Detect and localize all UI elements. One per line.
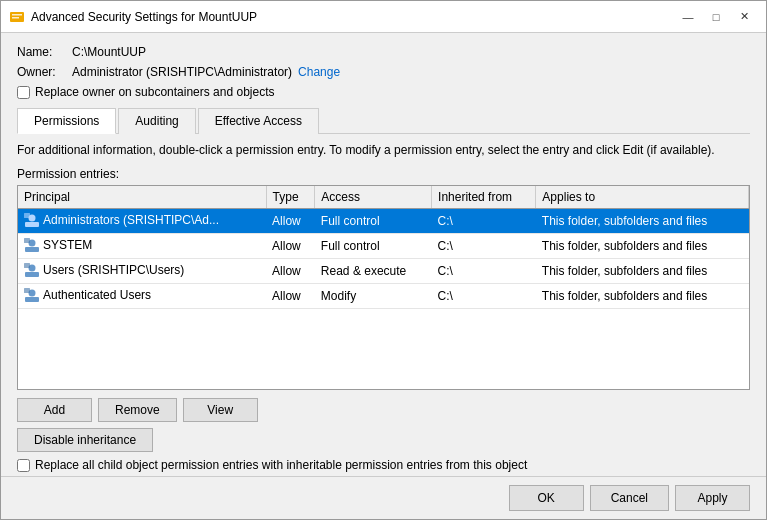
svg-rect-6	[25, 247, 39, 252]
cell-type: Allow	[266, 233, 315, 258]
cell-applies-to: This folder, subfolders and files	[536, 283, 749, 308]
cell-principal: Administrators (SRISHTIPC\Ad...	[18, 208, 266, 233]
svg-rect-12	[25, 297, 39, 302]
cell-applies-to: This folder, subfolders and files	[536, 208, 749, 233]
permission-table: Principal Type Access Inherited from App…	[18, 186, 749, 309]
action-buttons-row: Add Remove View	[17, 398, 750, 422]
cell-principal: Users (SRISHTIPC\Users)	[18, 258, 266, 283]
cell-access: Read & execute	[315, 258, 432, 283]
svg-rect-9	[25, 272, 39, 277]
title-bar-controls: — □ ✕	[674, 7, 758, 27]
table-row[interactable]: Users (SRISHTIPC\Users)AllowRead & execu…	[18, 258, 749, 283]
col-access: Access	[315, 186, 432, 209]
cell-applies-to: This folder, subfolders and files	[536, 233, 749, 258]
cancel-button[interactable]: Cancel	[590, 485, 669, 511]
cell-principal: SYSTEM	[18, 233, 266, 258]
tab-description: For additional information, double-click…	[17, 142, 750, 159]
tab-auditing[interactable]: Auditing	[118, 108, 195, 134]
close-button[interactable]: ✕	[730, 7, 758, 27]
col-inherited: Inherited from	[432, 186, 536, 209]
remove-button[interactable]: Remove	[98, 398, 177, 422]
window: Advanced Security Settings for MountUUP …	[0, 0, 767, 520]
cell-inherited: C:\	[432, 283, 536, 308]
cell-type: Allow	[266, 283, 315, 308]
permission-table-container: Principal Type Access Inherited from App…	[17, 185, 750, 390]
tab-permissions[interactable]: Permissions	[17, 108, 116, 134]
replace-owner-checkbox[interactable]	[17, 86, 30, 99]
cell-type: Allow	[266, 208, 315, 233]
inheritance-row: Disable inheritance	[17, 428, 750, 452]
name-label: Name:	[17, 45, 72, 59]
col-principal: Principal	[18, 186, 266, 209]
main-content: Name: C:\MountUUP Owner: Administrator (…	[1, 33, 766, 476]
cell-access: Full control	[315, 208, 432, 233]
col-applies: Applies to	[536, 186, 749, 209]
cell-access: Modify	[315, 283, 432, 308]
change-link[interactable]: Change	[298, 65, 340, 79]
svg-rect-14	[24, 288, 30, 293]
svg-rect-11	[24, 263, 30, 268]
cell-applies-to: This folder, subfolders and files	[536, 258, 749, 283]
cell-type: Allow	[266, 258, 315, 283]
owner-row: Owner: Administrator (SRISHTIPC\Administ…	[17, 65, 750, 79]
table-row[interactable]: SYSTEMAllowFull controlC:\This folder, s…	[18, 233, 749, 258]
svg-rect-1	[12, 14, 22, 16]
tab-effective-access[interactable]: Effective Access	[198, 108, 319, 134]
replace-child-label: Replace all child object permission entr…	[35, 458, 527, 472]
svg-rect-5	[24, 213, 30, 218]
cell-principal: Authenticated Users	[18, 283, 266, 308]
table-row[interactable]: Administrators (SRISHTIPC\Ad...AllowFull…	[18, 208, 749, 233]
table-header: Principal Type Access Inherited from App…	[18, 186, 749, 209]
replace-owner-label: Replace owner on subcontainers and objec…	[35, 85, 274, 99]
cell-access: Full control	[315, 233, 432, 258]
cell-inherited: C:\	[432, 258, 536, 283]
col-type: Type	[266, 186, 315, 209]
title-bar: Advanced Security Settings for MountUUP …	[1, 1, 766, 33]
window-icon	[9, 9, 25, 25]
view-button[interactable]: View	[183, 398, 258, 422]
replace-owner-row: Replace owner on subcontainers and objec…	[17, 85, 750, 99]
window-title: Advanced Security Settings for MountUUP	[31, 10, 674, 24]
name-row: Name: C:\MountUUP	[17, 45, 750, 59]
owner-label: Owner:	[17, 65, 72, 79]
cell-inherited: C:\	[432, 208, 536, 233]
tabs-container: Permissions Auditing Effective Access	[17, 107, 750, 134]
replace-child-checkbox[interactable]	[17, 459, 30, 472]
svg-rect-8	[24, 238, 30, 243]
permission-entries-label: Permission entries:	[17, 167, 750, 181]
cell-inherited: C:\	[432, 233, 536, 258]
table-body: Administrators (SRISHTIPC\Ad...AllowFull…	[18, 208, 749, 308]
table-row[interactable]: Authenticated UsersAllowModifyC:\This fo…	[18, 283, 749, 308]
maximize-button[interactable]: □	[702, 7, 730, 27]
add-button[interactable]: Add	[17, 398, 92, 422]
apply-button[interactable]: Apply	[675, 485, 750, 511]
bottom-controls: Add Remove View Disable inheritance Repl…	[17, 390, 750, 476]
ok-button[interactable]: OK	[509, 485, 584, 511]
minimize-button[interactable]: —	[674, 7, 702, 27]
svg-rect-2	[12, 17, 19, 19]
name-value: C:\MountUUP	[72, 45, 146, 59]
owner-value: Administrator (SRISHTIPC\Administrator)	[72, 65, 292, 79]
replace-child-row: Replace all child object permission entr…	[17, 458, 750, 472]
svg-rect-3	[25, 222, 39, 227]
disable-inheritance-button[interactable]: Disable inheritance	[17, 428, 153, 452]
footer: OK Cancel Apply	[1, 476, 766, 519]
